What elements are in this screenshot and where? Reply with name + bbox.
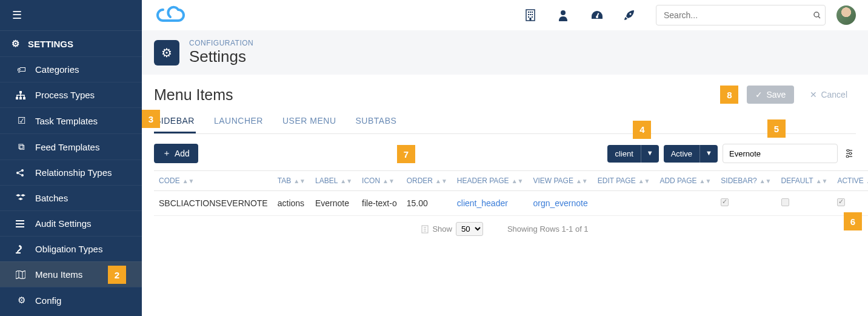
col-view-page[interactable]: VIEW PAGE▲▼ [528, 171, 592, 191]
share-icon [16, 169, 27, 177]
sidebar-item-categories[interactable]: 🏷 Categories [0, 56, 142, 82]
add-button[interactable]: ＋ Add [154, 144, 198, 163]
svg-rect-14 [17, 247, 22, 252]
sort-icon: ▲▼ [182, 180, 195, 183]
sort-icon: ▲▼ [699, 180, 712, 183]
sort-icon: ▲▼ [340, 180, 352, 183]
sidebar-item-obligation-types[interactable]: Obligation Types [0, 236, 142, 261]
search-input[interactable] [656, 5, 826, 25]
sidebar-item-menu-items[interactable]: Menu Items 2 [0, 261, 142, 287]
tab-user-menu[interactable]: USER MENU [281, 110, 338, 133]
building-icon[interactable] [525, 9, 553, 21]
page-header: ⚙ CONFIGURATION Settings [142, 30, 868, 75]
sidebar-header-label: SETTINGS [28, 39, 73, 49]
col-add-page[interactable]: ADD PAGE▲▼ [655, 171, 716, 191]
cell-default [776, 191, 833, 216]
col-edit-page[interactable]: EDIT PAGE▲▼ [593, 171, 655, 191]
svg-point-37 [846, 155, 849, 158]
sort-icon: ▲▼ [816, 180, 828, 183]
search-icon[interactable] [813, 12, 821, 19]
sidebar-item-batches[interactable]: Batches [0, 185, 142, 210]
gear-icon: ⚙ [10, 38, 21, 49]
sort-icon: ▲▼ [512, 180, 524, 183]
col-order[interactable]: ORDER▲▼ [402, 171, 452, 191]
col-tab[interactable]: TAB▲▼ [273, 171, 310, 191]
sitemap-icon [16, 91, 27, 99]
sort-icon: ▲▼ [435, 180, 447, 183]
annotation-5: 5 [767, 119, 786, 138]
svg-rect-19 [532, 12, 533, 13]
annotation-8: 8 [720, 86, 738, 104]
svg-rect-11 [16, 223, 24, 224]
filter-client-dropdown[interactable]: client ▼ 4 [607, 145, 658, 163]
cell-label: Evernote [310, 191, 357, 216]
col-default[interactable]: DEFAULT▲▼ [776, 171, 833, 191]
gear-icon: ⚙ [154, 40, 179, 66]
svg-rect-3 [23, 97, 25, 99]
svg-rect-2 [19, 97, 22, 99]
col-sidebar[interactable]: SIDEBAR?▲▼ [716, 171, 776, 191]
sidebar-item-process-types[interactable]: Process Types [0, 82, 142, 107]
breadcrumb: CONFIGURATION [189, 39, 253, 47]
sidebar-item-relationship-types[interactable]: Relationship Types [0, 160, 142, 185]
sidebar-item-audit-settings[interactable]: Audit Settings [0, 210, 142, 236]
svg-rect-0 [19, 91, 22, 93]
tab-sidebar[interactable]: SIDEBAR [154, 110, 196, 133]
cell-order: 15.00 [402, 191, 452, 216]
rows-info: Showing Rows 1-1 of 1 [507, 224, 589, 234]
sort-icon: ▲▼ [382, 180, 395, 183]
save-button[interactable]: ✓ Save [747, 86, 794, 104]
cancel-label: Cancel [821, 90, 847, 99]
page-size-select[interactable]: 50 [456, 222, 483, 236]
app-logo[interactable] [154, 5, 189, 25]
data-table: CODE▲▼ TAB▲▼ LABEL▲▼ ICON▲▼ ORDER▲▼ HEAD… [154, 170, 868, 216]
svg-marker-7 [16, 194, 21, 197]
copy-icon: ⧉ [16, 141, 27, 152]
sidebar-item-label: Relationship Types [35, 167, 132, 178]
user-avatar[interactable] [836, 5, 856, 25]
tab-launcher[interactable]: LAUNCHER [213, 110, 264, 133]
annotation-6: 6 [844, 212, 862, 230]
col-icon[interactable]: ICON▲▼ [357, 171, 402, 191]
tab-subtabs[interactable]: SUBTABS [355, 110, 398, 133]
user-icon[interactable] [558, 9, 586, 21]
col-header-page[interactable]: HEADER PAGE▲▼ [452, 171, 529, 191]
add-label: Add [175, 149, 190, 158]
sort-icon: ▲▼ [293, 180, 305, 183]
col-code[interactable]: CODE▲▼ [154, 171, 273, 191]
cell-header-page[interactable]: client_header [452, 191, 529, 216]
svg-rect-22 [532, 14, 533, 15]
plus-icon: ＋ [162, 148, 171, 159]
export-icon[interactable] [421, 225, 429, 234]
hamburger-icon[interactable]: ☰ [12, 8, 22, 22]
sidebar: ☰ ⚙ SETTINGS 🏷 Categories Process Types … [0, 0, 142, 316]
filter-client-label[interactable]: client [607, 145, 640, 163]
check-square-icon: ☑ [16, 115, 27, 126]
cell-icon: file-text-o [357, 191, 402, 216]
filter-active-label[interactable]: Active [664, 145, 699, 163]
cell-tab: actions [273, 191, 310, 216]
annotation-4: 4 [633, 121, 651, 139]
sliders-icon[interactable] [843, 149, 856, 158]
table-row[interactable]: SBCLIACTIONSEVERNOTE actions Evernote fi… [154, 191, 868, 216]
show-label: Show [432, 224, 452, 234]
cell-view-page[interactable]: orgn_evernote [528, 191, 592, 216]
dashboard-icon[interactable] [590, 10, 618, 21]
filter-active-dropdown[interactable]: Active ▼ [664, 145, 718, 163]
check-icon: ✓ [755, 90, 763, 99]
chevron-down-icon[interactable]: ▼ [641, 145, 659, 163]
cubes-icon [16, 194, 27, 203]
filter-text-input[interactable] [723, 144, 838, 163]
cancel-button[interactable]: ✕ Cancel [801, 86, 856, 104]
sidebar-item-feed-templates[interactable]: ⧉ Feed Templates [0, 133, 142, 160]
main-content: ⚙ CONFIGURATION Settings Menu Items 8 ✓ … [142, 0, 868, 316]
col-active[interactable]: ACTIVE▲▼ [832, 171, 868, 191]
sidebar-item-config[interactable]: ⚙ Config [0, 287, 142, 313]
close-icon: ✕ [810, 90, 817, 99]
rocket-icon[interactable] [623, 9, 651, 21]
svg-rect-24 [532, 16, 533, 18]
sort-icon: ▲▼ [638, 180, 650, 183]
chevron-down-icon[interactable]: ▼ [699, 145, 718, 163]
sidebar-item-task-templates[interactable]: ☑ Task Templates [0, 107, 142, 133]
col-label[interactable]: LABEL▲▼ [310, 171, 357, 191]
